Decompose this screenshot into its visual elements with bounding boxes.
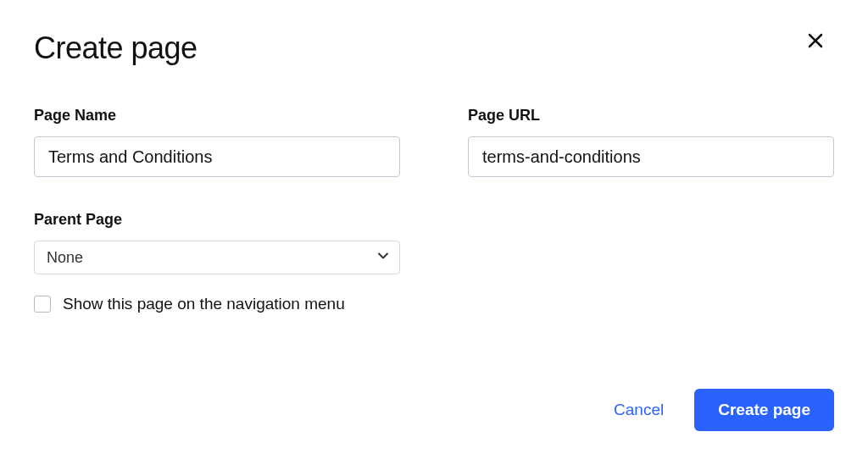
nav-checkbox[interactable] [34, 296, 51, 313]
page-name-input[interactable] [34, 136, 400, 177]
create-page-modal: Create page Page Name Page URL Parent Pa… [0, 0, 868, 465]
create-page-button[interactable]: Create page [694, 389, 834, 431]
modal-actions: Cancel Create page [609, 389, 834, 431]
page-url-group: Page URL [468, 107, 834, 177]
page-name-label: Page Name [34, 107, 400, 125]
modal-title: Create page [34, 30, 834, 66]
page-url-label: Page URL [468, 107, 834, 125]
parent-page-group: Parent Page None [34, 211, 400, 274]
nav-checkbox-label[interactable]: Show this page on the navigation menu [63, 295, 345, 313]
page-name-group: Page Name [34, 107, 400, 177]
nav-checkbox-row: Show this page on the navigation menu [34, 295, 834, 313]
cancel-button[interactable]: Cancel [609, 392, 669, 428]
parent-page-label: Parent Page [34, 211, 400, 229]
form-row-1: Page Name Page URL [34, 107, 834, 177]
parent-page-select-wrapper: None [34, 241, 400, 274]
parent-page-select[interactable]: None [34, 241, 400, 274]
page-url-input[interactable] [468, 136, 834, 177]
close-icon [807, 32, 824, 49]
close-button[interactable] [804, 29, 827, 53]
